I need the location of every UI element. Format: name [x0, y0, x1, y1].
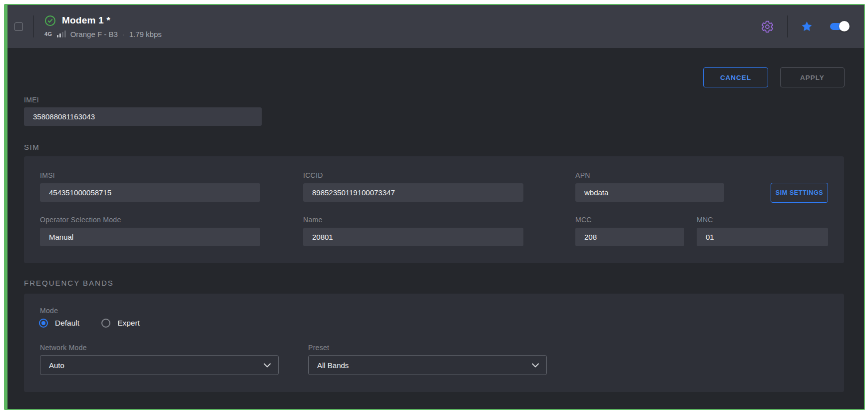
- favorite-star-button[interactable]: [801, 20, 813, 32]
- modem-title-block: Modem 1 * 4G Orange F - B3 · 1.79 kbps: [44, 15, 162, 38]
- status-check-circle-icon: [44, 15, 56, 26]
- gear-icon: [761, 20, 774, 33]
- operator-selection-mode-input[interactable]: [40, 228, 260, 246]
- header-actions-divider: [787, 15, 788, 37]
- modem-select-checkbox[interactable]: [14, 22, 23, 31]
- network-mode-label: Network Mode: [40, 344, 87, 352]
- mode-label: Mode: [40, 307, 58, 315]
- radio-unselected-icon: [101, 319, 110, 328]
- apn-input[interactable]: [575, 183, 724, 202]
- frequency-bands-panel: Mode Default Expert Network Mode Auto Pr…: [24, 294, 844, 392]
- chevron-down-icon: [264, 363, 271, 368]
- sim-settings-button[interactable]: SIM SETTINGS: [771, 183, 828, 203]
- mcc-label: MCC: [575, 216, 592, 224]
- mode-expert-label: Expert: [117, 319, 140, 328]
- imei-label: IMEI: [24, 96, 39, 104]
- mode-radio-expert[interactable]: Expert: [101, 319, 140, 328]
- apply-button[interactable]: APPLY: [780, 67, 845, 87]
- mode-default-label: Default: [55, 319, 79, 328]
- dot-separator: ·: [122, 30, 125, 38]
- star-icon: [801, 20, 813, 32]
- modem-settings-page: Modem 1 * 4G Orange F - B3 · 1.79 kbps: [4, 4, 865, 410]
- modem-settings-gear-button[interactable]: [761, 20, 774, 33]
- network-mode-value: Auto: [49, 361, 64, 370]
- chevron-down-icon: [532, 363, 539, 368]
- modem-title: Modem 1 *: [62, 15, 110, 26]
- sim-panel: IMSI ICCID APN SIM SETTINGS Operator Sel…: [24, 156, 844, 263]
- iccid-input[interactable]: [303, 183, 523, 202]
- sim-section-heading: SIM: [24, 143, 39, 151]
- mnc-input[interactable]: [697, 228, 828, 246]
- mnc-label: MNC: [697, 216, 713, 224]
- operator-name: Orange F - B3: [70, 30, 118, 38]
- network-type-label: 4G: [44, 31, 52, 37]
- modem-power-toggle[interactable]: [830, 23, 848, 30]
- imsi-label: IMSI: [40, 171, 55, 179]
- mcc-input[interactable]: [575, 228, 684, 246]
- name-label: Name: [303, 216, 323, 224]
- modem-header: Modem 1 * 4G Orange F - B3 · 1.79 kbps: [7, 5, 864, 48]
- signal-strength-icon: [57, 30, 66, 37]
- apn-label: APN: [575, 171, 590, 179]
- header-divider: [33, 15, 34, 37]
- header-actions: [761, 15, 848, 37]
- mode-radio-group: Default Expert: [39, 319, 162, 328]
- preset-dropdown[interactable]: All Bands: [308, 355, 547, 375]
- mode-radio-default[interactable]: Default: [39, 319, 79, 328]
- toggle-knob: [839, 21, 850, 31]
- imei-input[interactable]: [24, 107, 262, 126]
- frequency-bands-section-heading: FREQUENCY BANDS: [24, 279, 114, 287]
- preset-value: All Bands: [317, 361, 349, 370]
- radio-selected-icon: [39, 319, 48, 328]
- operator-selection-mode-label: Operator Selection Mode: [40, 216, 121, 224]
- cancel-button[interactable]: CANCEL: [703, 67, 768, 87]
- name-input[interactable]: [303, 228, 523, 246]
- preset-label: Preset: [308, 344, 329, 352]
- network-mode-dropdown[interactable]: Auto: [40, 355, 279, 375]
- data-speed: 1.79 kbps: [129, 30, 162, 38]
- iccid-label: ICCID: [303, 171, 323, 179]
- imsi-input[interactable]: [40, 183, 260, 202]
